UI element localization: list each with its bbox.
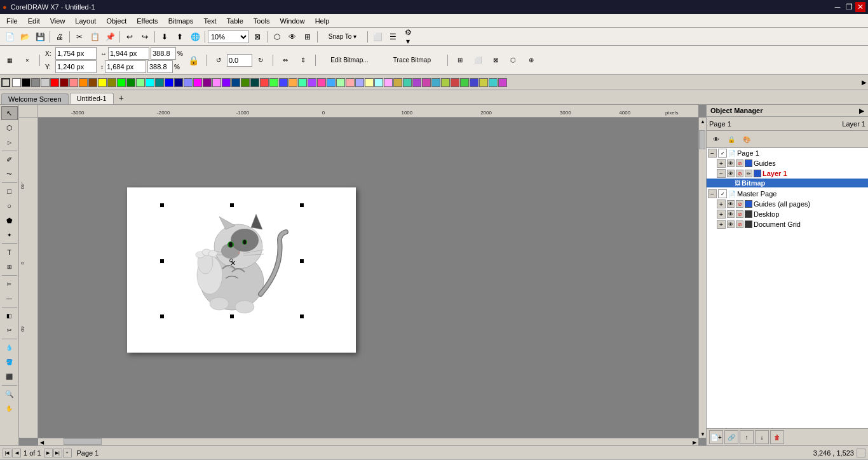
last-page-btn[interactable]: ▶| — [53, 449, 62, 457]
restore-button[interactable]: ❐ — [844, 2, 854, 12]
add-page-btn[interactable]: + — [63, 449, 72, 457]
horizontal-scrollbar[interactable]: ◀ ▶ — [38, 438, 698, 445]
bitmap-opt5[interactable]: ⊕ — [524, 53, 538, 67]
node-tool[interactable]: ⬡ — [1, 121, 18, 135]
copy-button[interactable]: 📋 — [88, 30, 102, 44]
layer1-edit-btn[interactable]: ✏ — [745, 170, 752, 177]
swatch-pink[interactable] — [317, 78, 326, 87]
freehand-tool[interactable]: ✐ — [1, 152, 18, 166]
v-scroll-up[interactable]: ▲ — [699, 118, 706, 125]
w-input[interactable] — [108, 47, 149, 60]
swatch-cream[interactable] — [365, 78, 374, 87]
swatch-periwinkle[interactable] — [355, 78, 364, 87]
select-tool[interactable]: ↖ — [1, 106, 18, 120]
mirror-h-btn[interactable]: ⇔ — [278, 53, 292, 67]
swatch-turquoise[interactable] — [489, 78, 498, 87]
rotate-cw-btn[interactable]: ↻ — [254, 53, 268, 67]
rotate-ccw-btn[interactable]: ↺ — [212, 53, 226, 67]
bitmap-opt2[interactable]: ⬜ — [471, 53, 485, 67]
print-button[interactable]: 🖨 — [53, 30, 67, 44]
bitmap-opt4[interactable]: ⬡ — [506, 53, 520, 67]
tree-layer1[interactable]: − 👁 ⊘ ✏ Layer 1 — [707, 168, 868, 179]
swatch-orange[interactable] — [79, 78, 88, 87]
publish-button[interactable]: 🌐 — [188, 30, 202, 44]
swatch-dkgreen[interactable] — [126, 78, 135, 87]
bitmap-opt1[interactable]: ⊞ — [453, 53, 467, 67]
cursor-icon[interactable] — [857, 449, 865, 457]
swatch-dkyellow[interactable] — [107, 78, 116, 87]
swatch-indigo[interactable] — [470, 78, 478, 87]
swatch-ltred[interactable] — [69, 78, 78, 87]
swatch-dkblue[interactable] — [174, 78, 183, 87]
redo-button[interactable]: ↪ — [138, 30, 152, 44]
swatch-blue[interactable] — [165, 78, 173, 87]
rotate-input[interactable] — [227, 54, 252, 67]
save-button[interactable]: 💾 — [33, 30, 47, 44]
swatch-crimson[interactable] — [451, 78, 459, 87]
paste-button[interactable]: 📌 — [103, 30, 117, 44]
h-input[interactable] — [105, 60, 146, 73]
move-up-btn[interactable]: ↑ — [740, 430, 754, 444]
h-scroll-left[interactable]: ◀ — [38, 438, 46, 445]
grid-expand[interactable]: + — [717, 220, 726, 229]
rect-tool[interactable]: □ — [1, 184, 18, 198]
snap-btn[interactable]: Snap To ▾ — [320, 30, 365, 44]
import-button[interactable]: ⬇ — [158, 30, 172, 44]
close-button[interactable]: ✕ — [855, 2, 865, 12]
tree-guides[interactable]: + 👁 ⊘ Guides — [707, 158, 868, 168]
obj-color-btn[interactable]: 🎨 — [740, 132, 754, 146]
menu-view[interactable]: View — [45, 14, 71, 28]
undo-button[interactable]: ↩ — [123, 30, 137, 44]
swatch-violet[interactable] — [412, 78, 421, 87]
vertical-scrollbar[interactable]: ▲ ▼ — [698, 118, 706, 438]
tab-add-button[interactable]: + — [115, 91, 128, 104]
swatch-dkred[interactable] — [60, 78, 69, 87]
guides-vis-btn[interactable]: 👁 — [727, 159, 735, 167]
h-pct-input[interactable] — [147, 60, 173, 73]
eyedropper-tool[interactable]: 💧 — [1, 341, 18, 355]
menu-bitmaps[interactable]: Bitmaps — [163, 14, 199, 28]
guides-color-box[interactable] — [745, 159, 752, 167]
polygon-tool[interactable]: ⬟ — [1, 213, 18, 227]
guides-lock-btn[interactable]: ⊘ — [736, 159, 743, 167]
swatch-brown[interactable] — [88, 78, 97, 87]
handle-tc[interactable] — [229, 203, 234, 208]
pan-tool[interactable]: ✋ — [1, 402, 18, 416]
canvas-viewport[interactable]: ✕ — [38, 118, 698, 438]
parallel-tool[interactable]: ⊨ — [1, 277, 18, 291]
guides-all-vis-btn[interactable]: 👁 — [727, 200, 735, 208]
obj-lock-btn[interactable]: 🔒 — [724, 132, 738, 146]
mirror-v-btn[interactable]: ⇕ — [296, 53, 310, 67]
master-checkbox[interactable]: ✓ — [718, 189, 727, 198]
menu-effects[interactable]: Effects — [132, 14, 163, 28]
guides-all-lock-btn[interactable]: ⊘ — [736, 200, 743, 208]
guides-all-expand[interactable]: + — [717, 200, 726, 208]
tree-guides-all[interactable]: + 👁 ⊘ Guides (all pages) — [707, 199, 868, 209]
swatch-gray[interactable] — [31, 78, 40, 87]
handle-bl[interactable] — [159, 314, 165, 319]
options-btn1[interactable]: ⬜ — [370, 30, 384, 44]
swatch-black[interactable] — [22, 78, 31, 87]
swatch-red[interactable] — [50, 78, 59, 87]
menu-edit[interactable]: Edit — [23, 14, 45, 28]
minimize-button[interactable]: ─ — [832, 2, 843, 12]
swatch-ltgreen[interactable] — [136, 78, 145, 87]
view-btn3[interactable]: ⊞ — [301, 30, 315, 44]
select-all-btn[interactable]: ▦ — [3, 53, 17, 67]
guides-all-color-box[interactable] — [745, 200, 752, 208]
text-tool[interactable]: T — [1, 245, 18, 259]
first-page-btn[interactable]: |◀ — [3, 449, 11, 457]
swatch-ltblue[interactable] — [184, 78, 193, 87]
layer1-expand[interactable]: − — [717, 169, 726, 178]
view-btn2[interactable]: 👁 — [285, 30, 299, 44]
options-btn3[interactable]: ⚙ ▾ — [401, 30, 415, 44]
menu-object[interactable]: Object — [101, 14, 132, 28]
twirl-tool[interactable]: ▷ — [1, 135, 18, 149]
layer1-color-box[interactable] — [754, 170, 761, 177]
tab-welcome[interactable]: Welcome Screen — [1, 93, 69, 104]
delete-layer-btn[interactable]: 🗑 — [770, 430, 784, 444]
swatch-navy[interactable] — [231, 78, 240, 87]
x-input[interactable] — [55, 47, 97, 60]
v-scroll-down[interactable]: ▼ — [699, 430, 706, 438]
swatch-salmon[interactable] — [346, 78, 355, 87]
